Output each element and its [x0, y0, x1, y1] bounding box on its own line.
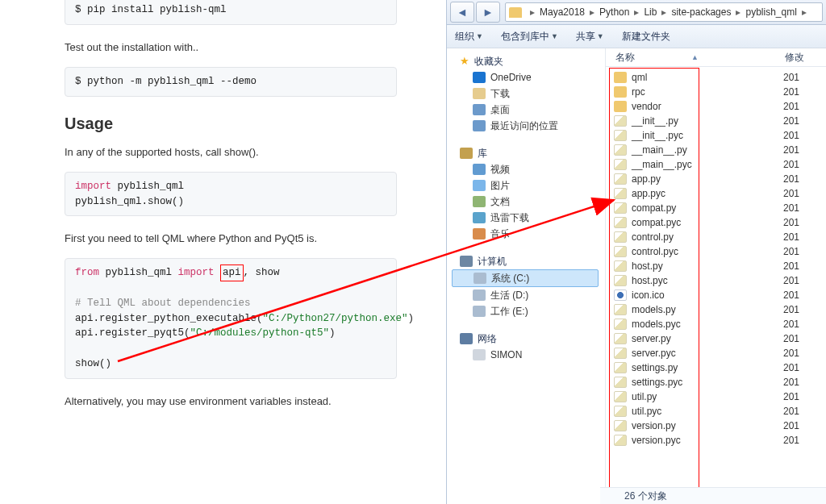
- file-row[interactable]: settings.py201: [614, 360, 826, 375]
- file-date-label: 201: [783, 435, 799, 446]
- file-name-cell: app.py: [614, 173, 783, 185]
- file-row[interactable]: __init__.pyc201: [614, 128, 826, 143]
- file-row[interactable]: compat.pyc201: [614, 215, 826, 230]
- file-row[interactable]: app.py201: [614, 172, 826, 186]
- code-text: pyblish_qml: [111, 181, 184, 192]
- back-button[interactable]: ◄: [450, 2, 474, 23]
- import-keyword: import: [178, 267, 215, 278]
- from-keyword: from: [75, 267, 99, 278]
- tree-item[interactable]: 系统 (C:): [452, 269, 599, 287]
- toolbar-label: 包含到库中: [501, 30, 549, 44]
- tree-item[interactable]: SIMON: [452, 347, 605, 363]
- file-row[interactable]: control.py201: [614, 230, 826, 244]
- tree-item[interactable]: 音乐: [452, 226, 605, 242]
- file-date-label: 201: [783, 159, 799, 170]
- file-row[interactable]: util.pyc201: [614, 404, 826, 419]
- chevron-down-icon: ▼: [551, 32, 558, 40]
- tree-item[interactable]: 最近访问的位置: [452, 118, 605, 134]
- python-file-icon: [614, 362, 627, 373]
- tree-item[interactable]: 生活 (D:): [452, 287, 605, 303]
- file-row[interactable]: vendor201: [614, 99, 826, 114]
- share-menu[interactable]: 共享 ▼: [576, 30, 604, 44]
- toolbar-label: 新建文件夹: [622, 30, 670, 44]
- breadcrumb-segment[interactable]: pyblish_qml: [745, 6, 796, 18]
- tree-item[interactable]: OneDrive: [452, 69, 605, 85]
- file-row[interactable]: __main__.pyc201: [614, 157, 826, 172]
- breadcrumb-segment[interactable]: Lib: [644, 6, 657, 18]
- code-string: "C:/modules/python-qt5": [190, 327, 330, 339]
- file-name-cell: compat.pyc: [614, 217, 783, 228]
- python-file-icon: [614, 173, 627, 185]
- file-name-cell: models.py: [614, 304, 783, 315]
- file-row[interactable]: rpc201: [614, 85, 826, 99]
- file-row[interactable]: __init__.py201: [614, 114, 826, 128]
- file-row[interactable]: version.py201: [614, 419, 826, 433]
- chevron-right-icon: ▸: [736, 6, 740, 18]
- python-file-icon: [614, 319, 627, 330]
- file-row[interactable]: models.pyc201: [614, 317, 826, 331]
- file-row[interactable]: util.py201: [614, 389, 826, 404]
- tree-item[interactable]: 下载: [452, 85, 605, 102]
- python-file-icon: [614, 348, 627, 359]
- code-text: ): [408, 313, 415, 324]
- file-row[interactable]: settings.pyc201: [614, 375, 826, 389]
- tree-item[interactable]: 迅雷下载: [452, 210, 605, 226]
- file-row[interactable]: icon.ico201: [614, 288, 826, 302]
- breadcrumb-segment[interactable]: Maya2018: [540, 6, 585, 18]
- tree-item-label: 视频: [490, 161, 510, 177]
- file-row[interactable]: qml201: [614, 70, 826, 85]
- file-name-label: version.pyc: [632, 435, 681, 446]
- tree-item[interactable]: 工作 (E:): [452, 303, 605, 319]
- file-name-cell: settings.pyc: [614, 377, 783, 388]
- tree-head-computer[interactable]: 计算机: [452, 253, 605, 269]
- file-row[interactable]: compat.py201: [614, 201, 826, 215]
- file-row[interactable]: __main__.py201: [614, 143, 826, 157]
- breadcrumb-segment[interactable]: site-packages: [671, 6, 731, 18]
- file-row[interactable]: app.pyc201: [614, 186, 826, 201]
- tree-head-favorites[interactable]: ★ 收藏夹: [452, 53, 605, 69]
- breadcrumb-segment[interactable]: Python: [599, 6, 629, 18]
- forward-button[interactable]: ►: [476, 2, 500, 23]
- python-file-icon: [614, 435, 627, 446]
- file-row[interactable]: server.pyc201: [614, 346, 826, 360]
- file-row[interactable]: host.pyc201: [614, 273, 826, 288]
- tree-item-label: 文档: [490, 194, 510, 210]
- explorer-body: ★ 收藏夹 OneDrive下载桌面最近访问的位置 库 视频图片文档迅雷下载音乐: [447, 48, 826, 504]
- file-name-label: icon.ico: [632, 289, 665, 301]
- file-row[interactable]: version.pyc201: [614, 433, 826, 448]
- tree-item-label: 桌面: [490, 102, 510, 118]
- tree-item[interactable]: 图片: [452, 177, 605, 194]
- breadcrumb[interactable]: ▸ Maya2018 ▸ Python ▸ Lib ▸ site-package…: [505, 2, 823, 22]
- usage-codeblock-1: import pyblish_qml pyblish_qml.show(): [65, 172, 397, 217]
- file-row[interactable]: host.py201: [614, 259, 826, 273]
- tree-item[interactable]: 视频: [452, 161, 605, 177]
- file-pane: 名称 ▲ 修改 qml201rpc201vendor201__init__.py…: [606, 48, 826, 504]
- include-in-library-menu[interactable]: 包含到库中 ▼: [501, 30, 558, 44]
- file-name-cell: __main__.pyc: [614, 159, 783, 170]
- code-text: api.register_python_executable(: [75, 313, 263, 324]
- file-date-label: 201: [783, 217, 799, 228]
- tree-head-network[interactable]: 网络: [452, 331, 605, 347]
- dl-icon: [473, 88, 486, 99]
- file-row[interactable]: control.pyc201: [614, 244, 826, 259]
- file-row[interactable]: server.py201: [614, 331, 826, 346]
- folder-icon: [614, 101, 627, 112]
- organize-menu[interactable]: 组织 ▼: [455, 30, 483, 44]
- tree-item[interactable]: 文档: [452, 194, 605, 210]
- drv-icon: [473, 306, 486, 317]
- new-folder-button[interactable]: 新建文件夹: [622, 30, 670, 44]
- column-name[interactable]: 名称 ▲: [615, 51, 785, 65]
- file-name-label: __init__.pyc: [632, 130, 683, 141]
- file-name-cell: server.py: [614, 333, 783, 344]
- tree-head-libraries[interactable]: 库: [452, 145, 605, 161]
- toolbar-label: 组织: [455, 30, 474, 44]
- computer-icon: [460, 256, 473, 267]
- file-row[interactable]: models.py201: [614, 302, 826, 317]
- file-name-label: version.py: [632, 420, 676, 431]
- file-name-label: host.pyc: [632, 275, 668, 286]
- file-name-label: app.py: [632, 173, 661, 185]
- folder-icon: [509, 7, 522, 18]
- column-modified[interactable]: 修改: [785, 51, 804, 65]
- tree-item[interactable]: 桌面: [452, 102, 605, 118]
- chevron-right-icon: ▸: [661, 6, 666, 18]
